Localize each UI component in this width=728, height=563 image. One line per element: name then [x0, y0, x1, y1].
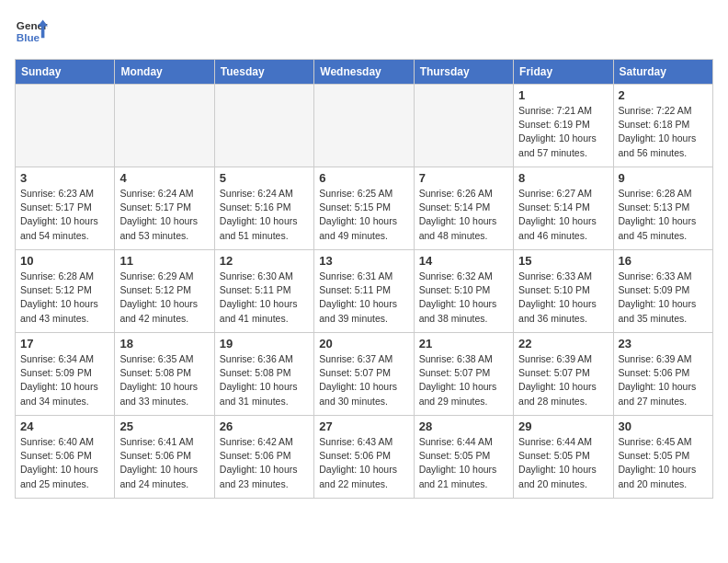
day-info: Sunrise: 6:39 AMSunset: 5:06 PMDaylight:…	[619, 352, 708, 408]
day-cell: 15Sunrise: 6:33 AMSunset: 5:10 PMDayligh…	[514, 250, 613, 333]
day-cell: 21Sunrise: 6:38 AMSunset: 5:07 PMDayligh…	[414, 333, 513, 416]
day-number: 8	[518, 171, 608, 185]
day-number: 11	[119, 254, 209, 268]
day-info: Sunrise: 6:28 AMSunset: 5:13 PMDaylight:…	[619, 187, 708, 243]
day-number: 29	[518, 419, 608, 433]
day-cell: 18Sunrise: 6:35 AMSunset: 5:08 PMDayligh…	[115, 333, 214, 416]
day-number: 21	[419, 337, 508, 350]
day-info: Sunrise: 6:41 AMSunset: 5:06 PMDaylight:…	[119, 435, 209, 491]
day-cell: 30Sunrise: 6:45 AMSunset: 5:05 PMDayligh…	[613, 416, 712, 499]
day-number: 23	[619, 337, 708, 350]
day-info: Sunrise: 6:43 AMSunset: 5:06 PMDaylight:…	[319, 435, 408, 491]
day-info: Sunrise: 6:32 AMSunset: 5:10 PMDaylight:…	[419, 270, 508, 326]
weekday-header-sunday: Sunday	[16, 60, 115, 85]
day-cell: 29Sunrise: 6:44 AMSunset: 5:05 PMDayligh…	[514, 416, 613, 499]
day-number: 22	[518, 337, 608, 350]
day-info: Sunrise: 6:30 AMSunset: 5:11 PMDaylight:…	[220, 270, 309, 326]
day-number: 1	[518, 88, 608, 102]
day-cell: 28Sunrise: 6:44 AMSunset: 5:05 PMDayligh…	[414, 416, 513, 499]
day-info: Sunrise: 6:36 AMSunset: 5:08 PMDaylight:…	[220, 352, 309, 408]
day-info: Sunrise: 6:45 AMSunset: 5:05 PMDaylight:…	[619, 435, 708, 491]
day-number: 13	[319, 254, 408, 268]
day-cell: 13Sunrise: 6:31 AMSunset: 5:11 PMDayligh…	[314, 250, 414, 333]
day-info: Sunrise: 6:26 AMSunset: 5:14 PMDaylight:…	[419, 187, 508, 243]
day-cell: 8Sunrise: 6:27 AMSunset: 5:14 PMDaylight…	[514, 167, 613, 250]
week-row-1: 1Sunrise: 7:21 AMSunset: 6:19 PMDaylight…	[16, 85, 713, 167]
day-cell: 5Sunrise: 6:24 AMSunset: 5:16 PMDaylight…	[214, 167, 313, 250]
day-number: 7	[419, 171, 508, 185]
day-number: 24	[20, 419, 109, 433]
day-number: 5	[220, 171, 309, 185]
day-info: Sunrise: 6:35 AMSunset: 5:08 PMDaylight:…	[119, 352, 209, 408]
day-cell	[16, 85, 115, 167]
day-cell: 17Sunrise: 6:34 AMSunset: 5:09 PMDayligh…	[16, 333, 115, 416]
day-cell: 1Sunrise: 7:21 AMSunset: 6:19 PMDaylight…	[514, 85, 613, 167]
day-info: Sunrise: 6:44 AMSunset: 5:05 PMDaylight:…	[518, 435, 608, 491]
day-cell	[314, 85, 414, 167]
day-cell: 16Sunrise: 6:33 AMSunset: 5:09 PMDayligh…	[613, 250, 712, 333]
day-info: Sunrise: 6:25 AMSunset: 5:15 PMDaylight:…	[319, 187, 408, 243]
calendar-table: SundayMondayTuesdayWednesdayThursdayFrid…	[15, 59, 713, 499]
day-number: 16	[619, 254, 708, 268]
day-cell: 9Sunrise: 6:28 AMSunset: 5:13 PMDaylight…	[613, 167, 712, 250]
day-cell: 6Sunrise: 6:25 AMSunset: 5:15 PMDaylight…	[314, 167, 414, 250]
day-info: Sunrise: 6:24 AMSunset: 5:16 PMDaylight:…	[220, 187, 309, 243]
day-cell: 22Sunrise: 6:39 AMSunset: 5:07 PMDayligh…	[514, 333, 613, 416]
week-row-5: 24Sunrise: 6:40 AMSunset: 5:06 PMDayligh…	[16, 416, 713, 499]
day-info: Sunrise: 6:33 AMSunset: 5:10 PMDaylight:…	[518, 270, 608, 326]
day-number: 15	[518, 254, 608, 268]
day-info: Sunrise: 6:38 AMSunset: 5:07 PMDaylight:…	[419, 352, 508, 408]
day-number: 19	[220, 337, 309, 350]
logo: General Blue	[15, 15, 48, 48]
day-info: Sunrise: 6:29 AMSunset: 5:12 PMDaylight:…	[119, 270, 209, 326]
day-number: 25	[119, 419, 209, 433]
day-number: 10	[20, 254, 109, 268]
weekday-header-tuesday: Tuesday	[214, 60, 313, 85]
day-number: 3	[20, 171, 109, 185]
day-number: 20	[319, 337, 408, 350]
day-number: 2	[619, 88, 708, 102]
header: General Blue	[15, 15, 713, 48]
day-info: Sunrise: 7:22 AMSunset: 6:18 PMDaylight:…	[619, 104, 708, 160]
day-info: Sunrise: 6:37 AMSunset: 5:07 PMDaylight:…	[319, 352, 408, 408]
day-number: 12	[220, 254, 309, 268]
day-info: Sunrise: 6:27 AMSunset: 5:14 PMDaylight:…	[518, 187, 608, 243]
day-info: Sunrise: 6:34 AMSunset: 5:09 PMDaylight:…	[20, 352, 109, 408]
day-info: Sunrise: 6:39 AMSunset: 5:07 PMDaylight:…	[518, 352, 608, 408]
day-number: 26	[220, 419, 309, 433]
weekday-header-monday: Monday	[115, 60, 214, 85]
weekday-header-row: SundayMondayTuesdayWednesdayThursdayFrid…	[16, 60, 713, 85]
day-cell: 24Sunrise: 6:40 AMSunset: 5:06 PMDayligh…	[16, 416, 115, 499]
day-info: Sunrise: 6:28 AMSunset: 5:12 PMDaylight:…	[20, 270, 109, 326]
day-info: Sunrise: 6:40 AMSunset: 5:06 PMDaylight:…	[20, 435, 109, 491]
day-number: 9	[619, 171, 708, 185]
day-cell: 20Sunrise: 6:37 AMSunset: 5:07 PMDayligh…	[314, 333, 414, 416]
day-info: Sunrise: 6:33 AMSunset: 5:09 PMDaylight:…	[619, 270, 708, 326]
day-number: 28	[419, 419, 508, 433]
day-cell: 19Sunrise: 6:36 AMSunset: 5:08 PMDayligh…	[214, 333, 313, 416]
day-cell: 27Sunrise: 6:43 AMSunset: 5:06 PMDayligh…	[314, 416, 414, 499]
day-number: 6	[319, 171, 408, 185]
day-info: Sunrise: 6:23 AMSunset: 5:17 PMDaylight:…	[20, 187, 109, 243]
day-cell: 7Sunrise: 6:26 AMSunset: 5:14 PMDaylight…	[414, 167, 513, 250]
day-cell	[414, 85, 513, 167]
day-cell: 3Sunrise: 6:23 AMSunset: 5:17 PMDaylight…	[16, 167, 115, 250]
day-number: 14	[419, 254, 508, 268]
week-row-4: 17Sunrise: 6:34 AMSunset: 5:09 PMDayligh…	[16, 333, 713, 416]
day-info: Sunrise: 6:31 AMSunset: 5:11 PMDaylight:…	[319, 270, 408, 326]
day-cell: 25Sunrise: 6:41 AMSunset: 5:06 PMDayligh…	[115, 416, 214, 499]
week-row-2: 3Sunrise: 6:23 AMSunset: 5:17 PMDaylight…	[16, 167, 713, 250]
weekday-header-saturday: Saturday	[613, 60, 712, 85]
day-cell	[115, 85, 214, 167]
day-number: 18	[119, 337, 209, 350]
weekday-header-wednesday: Wednesday	[314, 60, 414, 85]
day-cell: 14Sunrise: 6:32 AMSunset: 5:10 PMDayligh…	[414, 250, 513, 333]
day-info: Sunrise: 6:44 AMSunset: 5:05 PMDaylight:…	[419, 435, 508, 491]
day-number: 30	[619, 419, 708, 433]
day-cell: 10Sunrise: 6:28 AMSunset: 5:12 PMDayligh…	[16, 250, 115, 333]
svg-text:Blue: Blue	[17, 31, 40, 43]
day-number: 27	[319, 419, 408, 433]
weekday-header-thursday: Thursday	[414, 60, 513, 85]
day-cell	[214, 85, 313, 167]
day-cell: 2Sunrise: 7:22 AMSunset: 6:18 PMDaylight…	[613, 85, 712, 167]
